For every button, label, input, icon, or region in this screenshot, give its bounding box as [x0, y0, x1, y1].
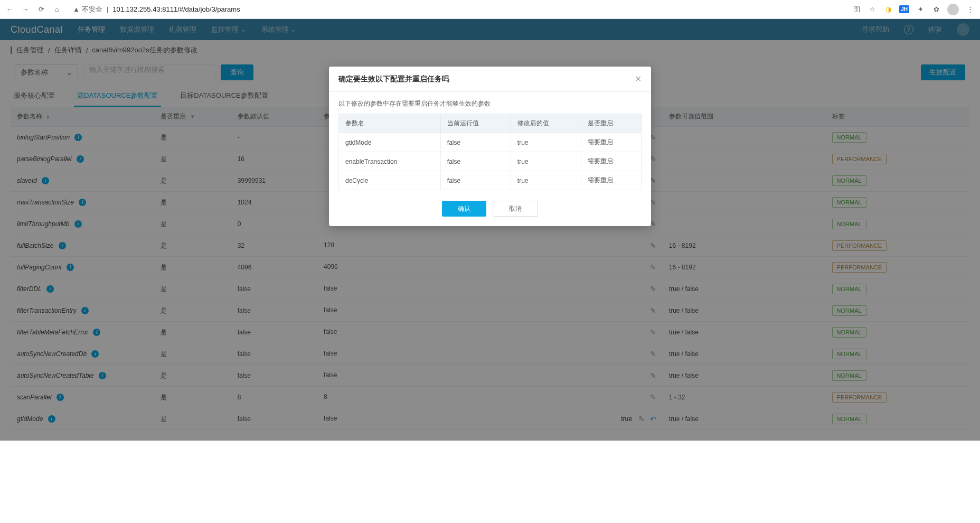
- modal-cell-current: false: [440, 133, 511, 152]
- close-icon[interactable]: ✕: [635, 74, 642, 84]
- forward-icon[interactable]: →: [21, 5, 30, 14]
- modal-th-param: 参数名: [339, 114, 441, 133]
- modal-cell-restart: 需要重启: [581, 133, 641, 152]
- back-icon[interactable]: ←: [5, 5, 14, 14]
- settings-gear-icon[interactable]: ✿: [931, 5, 941, 14]
- confirm-button[interactable]: 确认: [442, 201, 486, 217]
- modal-cell-param: enableTransaction: [339, 152, 441, 171]
- modal-cell-param: gtidMode: [339, 133, 441, 152]
- modal-th-current: 当前运行值: [440, 114, 511, 133]
- jh-extension-icon[interactable]: JH: [899, 5, 909, 13]
- modal-description: 以下修改的参数中存在需要重启任务才能够生效的参数: [338, 99, 642, 108]
- modal-table-row: enableTransactionfalsetrue需要重启: [339, 152, 642, 171]
- reload-icon[interactable]: ⟳: [37, 5, 45, 14]
- extension-icon[interactable]: ◑: [883, 5, 893, 14]
- modal-th-restart: 是否重启: [581, 114, 641, 133]
- modal-cell-modified: true: [511, 152, 581, 171]
- browser-chrome: ← → ⟳ ⌂ ▲ 不安全 | 101.132.255.43:8111/#/da…: [0, 0, 980, 19]
- modal-cell-current: false: [440, 171, 511, 190]
- warning-icon: ▲: [73, 5, 80, 13]
- modal-cell-modified: true: [511, 171, 581, 190]
- modal-cell-restart: 需要重启: [581, 171, 641, 190]
- home-icon[interactable]: ⌂: [53, 5, 61, 14]
- modal-table-row: gtidModefalsetrue需要重启: [339, 133, 642, 152]
- url-bar[interactable]: ▲ 不安全 | 101.132.255.43:8111/#/data/job/3…: [69, 5, 844, 14]
- profile-avatar-icon[interactable]: [947, 4, 959, 15]
- modal-th-modified: 修改后的值: [511, 114, 581, 133]
- modal-cell-restart: 需要重启: [581, 152, 641, 171]
- modal-table-row: deCyclefalsetrue需要重启: [339, 171, 642, 190]
- modal-cell-param: deCycle: [339, 171, 441, 190]
- puzzle-icon[interactable]: ✦: [916, 5, 925, 14]
- confirm-modal: 确定要生效以下配置并重启任务吗 ✕ 以下修改的参数中存在需要重启任务才能够生效的…: [329, 67, 651, 226]
- modal-cell-current: false: [440, 152, 511, 171]
- modal-table: 参数名 当前运行值 修改后的值 是否重启 gtidModefalsetrue需要…: [338, 114, 642, 190]
- insecure-label: 不安全: [82, 5, 102, 14]
- chrome-toolbar-right: ⚿ ☆ ◑ JH ✦ ✿ ⋮: [852, 4, 975, 15]
- key-icon[interactable]: ⚿: [852, 5, 861, 14]
- star-icon[interactable]: ☆: [868, 5, 877, 14]
- modal-cell-modified: true: [511, 133, 581, 152]
- menu-dots-icon[interactable]: ⋮: [965, 5, 975, 14]
- url-text: 101.132.255.43:8111/#/data/job/3/params: [112, 5, 240, 13]
- insecure-badge: ▲ 不安全: [73, 5, 102, 14]
- cancel-button[interactable]: 取消: [493, 201, 538, 217]
- modal-title: 确定要生效以下配置并重启任务吗: [338, 74, 449, 84]
